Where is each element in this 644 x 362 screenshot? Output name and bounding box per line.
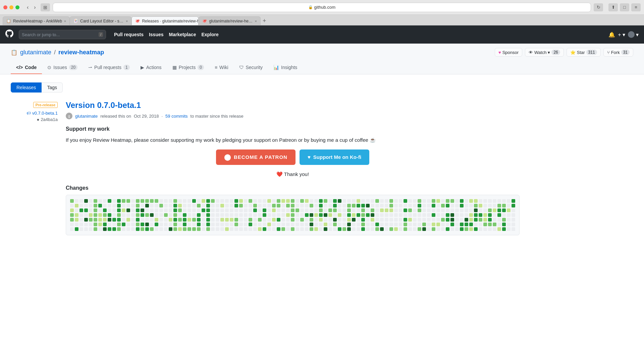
browser-tab[interactable]: 🃏 Card Layout Editor - syntax... × [70,16,131,25]
new-tab-button[interactable]: + [261,16,268,25]
repo-nav-wiki[interactable]: ≡ Wiki [209,61,234,74]
commits-link[interactable]: 59 commits [165,114,187,119]
close-window-button[interactable] [3,5,7,9]
search-bar[interactable]: Search or jump to... / [19,30,106,39]
repo-nav-code[interactable]: </> Code [11,61,42,74]
nav-issues[interactable]: Issues [149,32,164,37]
repo-nav-projects[interactable]: ▦ Projects 0 [167,61,209,74]
browser-tab[interactable]: 🐙 glutanimate/review-heatmap: A... × [199,16,260,25]
maximize-window-button[interactable] [15,5,19,9]
heatmap-cell [352,218,356,222]
heatmap-cell [263,204,266,207]
repo-nav-pull-requests[interactable]: ⇀ Pull requests 1 [83,61,135,74]
reload-button[interactable]: ↻ [594,3,603,11]
heatmap-cell [310,204,313,207]
heatmap-cell [173,213,177,217]
heatmap-cell [361,199,365,203]
tab-close-button[interactable]: × [126,19,128,23]
heatmap-column [408,199,412,231]
heatmap-cell [253,223,257,226]
patreon-button[interactable]: ⬤ BECOME A PATRON [216,149,296,165]
heatmap-column [230,199,233,231]
heatmap-cell [75,218,78,222]
share-button[interactable]: ⬆ [608,3,618,11]
bookmark-button[interactable]: □ [620,3,629,11]
release-tag-link[interactable]: 🏷 v0.7.0-beta.1 [11,111,58,116]
repo-name-link[interactable]: review-heatmap [58,49,104,56]
heatmap-column [220,199,224,231]
heatmap-cell [342,213,346,217]
heatmap-cell [375,213,379,217]
heatmap-cell [319,204,323,207]
heatmap-cell [389,218,393,222]
heatmap-cell [244,199,248,203]
heatmap-cell [497,223,501,226]
address-bar[interactable]: 🔒 github.com [53,3,591,12]
heatmap-cell [220,208,224,212]
repo-nav-security[interactable]: 🛡 Security [234,61,268,74]
heatmap-cell [173,223,177,226]
heatmap-cell [413,199,417,203]
repo-nav-insights[interactable]: 📊 Insights [268,61,303,74]
heatmap-cell [192,223,196,226]
heatmap-cell [427,223,431,226]
back-button[interactable]: ‹ [25,4,31,11]
heatmap-cell [361,208,365,212]
heatmap-cell [108,204,111,207]
heatmap-cell [497,213,501,217]
nav-marketplace[interactable]: Marketplace [169,32,196,37]
heatmap-column [436,199,440,231]
heatmap-cell [70,204,74,207]
heatmap-cell [474,218,478,222]
release-title-link[interactable]: Version 0.7.0-beta.1 [66,101,520,110]
heatmap-cell [432,204,435,207]
heatmap-column [314,199,318,231]
notifications-button[interactable]: 🔔 [608,32,615,38]
heatmap-cell [361,213,365,217]
repo-owner-link[interactable]: glutanimate [20,49,51,56]
watch-button[interactable]: 👁 Watch ▾ 26 [525,48,564,57]
author-link[interactable]: glutanimate [75,114,98,119]
tab-close-button[interactable]: × [64,19,66,23]
nav-explore[interactable]: Explore [201,32,218,37]
fork-button[interactable]: ⑂ Fork 31 [603,48,633,57]
heatmap-column [173,199,177,231]
repo-nav-issues[interactable]: ⊙ Issues 20 [42,61,83,74]
github-logo[interactable] [5,29,13,40]
kofi-button[interactable]: ♥ Support Me on Ko-fi [300,149,369,165]
user-avatar-button[interactable]: ▾ [628,31,639,38]
create-new-button[interactable]: + ▾ [618,32,625,38]
sponsor-button[interactable]: ♥ Sponsor [495,48,522,57]
release-commit-link[interactable]: ● 2a4ba1a [11,117,58,122]
heatmap-column [380,199,384,231]
heatmap-cell [178,208,182,212]
tags-tab[interactable]: Tags [42,82,63,93]
heatmap-column [249,199,252,231]
browser-tab[interactable]: 📋 ReviewHeatmap - AnkiWeb × [3,16,70,25]
tab-close-button[interactable]: × [255,19,257,23]
heatmap-cell [385,218,388,222]
kofi-icon: ♥ [308,154,311,160]
forward-button[interactable]: › [32,4,38,11]
heatmap-column [197,199,201,231]
heatmap-cell [300,204,304,207]
heatmap-cell [145,218,149,222]
heatmap-cell [202,199,205,203]
heatmap-cell [455,218,459,222]
heatmap-cell [507,213,511,217]
browser-tab-active[interactable]: 🐙 Releases · glutanimate/review-heatmap … [131,16,199,25]
minimize-window-button[interactable] [9,5,13,9]
tab-overview-button[interactable]: ⊞ [41,3,50,11]
heatmap-cell [483,218,487,222]
reading-list-button[interactable]: ≡ [631,3,641,11]
repo-nav-actions[interactable]: ▶ Actions [135,61,167,74]
releases-tab[interactable]: Releases [11,82,42,93]
heatmap-cell [460,199,464,203]
heatmap-cell [225,199,229,203]
heatmap-cell [155,213,158,217]
heatmap-cell [352,204,356,207]
heatmap-cell [75,223,78,226]
star-button[interactable]: ⭐ Star 311 [567,48,601,57]
nav-pull-requests[interactable]: Pull requests [114,32,144,37]
heatmap-cell [183,208,186,212]
